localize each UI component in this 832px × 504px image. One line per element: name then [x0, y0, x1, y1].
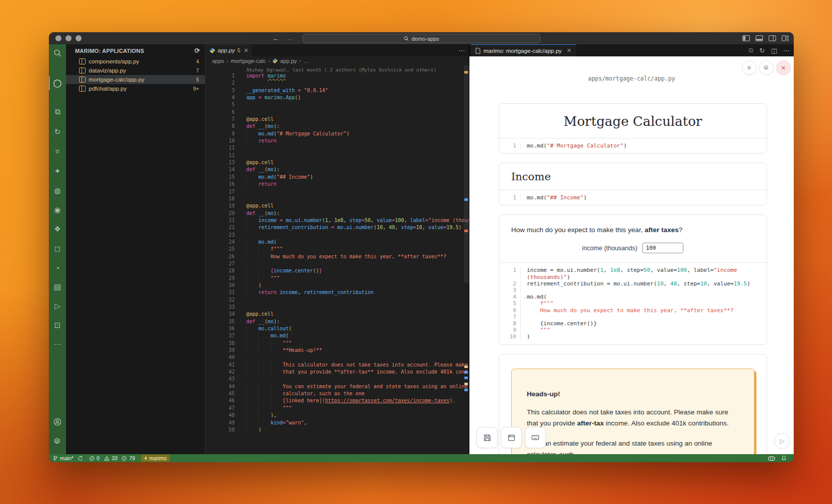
- code-line[interactable]: 25 f""": [205, 246, 469, 253]
- keyboard-shortcuts-button[interactable]: [525, 427, 546, 448]
- code-line[interactable]: 35def __(mo):: [205, 318, 469, 325]
- sidebar-file-pdfchat[interactable]: pdfchat/app.py9+: [66, 84, 205, 93]
- close-window-icon[interactable]: [55, 35, 61, 41]
- run-button[interactable]: ▷: [774, 433, 790, 449]
- refresh-icon[interactable]: ⟳: [194, 47, 200, 54]
- code-line[interactable]: 48 ),: [205, 412, 469, 419]
- code-line[interactable]: 16 return: [205, 181, 469, 188]
- cell-code-line[interactable]: 10): [499, 333, 767, 340]
- tab-app-py[interactable]: app.py 5 ✕: [205, 44, 252, 56]
- cell-code-line[interactable]: 1mo.md("# Mortgage Calculator"): [499, 142, 767, 149]
- code-line[interactable]: 34@app.cell: [205, 311, 469, 318]
- code-line[interactable]: 14def __(mo):: [205, 166, 469, 173]
- code-editor[interactable]: Akshay Agrawal, last month | 2 authors (…: [205, 65, 469, 454]
- git-branch-item[interactable]: main*: [53, 455, 83, 461]
- cell-code-line[interactable]: 2retirement_contribution = mo.ui.number(…: [499, 280, 767, 287]
- sync-icon[interactable]: [78, 456, 83, 461]
- tab-marimo-preview[interactable]: marimo: mortgage-calc/app.py ✕: [471, 44, 576, 56]
- code-line[interactable]: 23: [205, 232, 469, 239]
- cell-code-line[interactable]: 4⌄mo.md(: [499, 294, 767, 300]
- hierarchy-icon[interactable]: ⌗: [49, 143, 66, 160]
- code-line[interactable]: 27: [205, 260, 469, 267]
- code-line[interactable]: 43: [205, 376, 469, 383]
- command-center-search[interactable]: demo-apps: [303, 34, 540, 43]
- open-external-icon[interactable]: ⧉: [749, 46, 753, 54]
- marimo-status-item[interactable]: marimo: [141, 455, 170, 462]
- code-line[interactable]: 32: [205, 297, 469, 304]
- code-line[interactable]: 33: [205, 304, 469, 311]
- code-line[interactable]: 2: [205, 80, 469, 87]
- code-line[interactable]: 38 """: [205, 340, 469, 347]
- split-editor-icon[interactable]: ◫: [771, 47, 777, 54]
- nav-back-icon[interactable]: ←: [272, 35, 279, 42]
- cell-code-line[interactable]: 9 """: [499, 327, 767, 333]
- cell-code-line[interactable]: 5 f""": [499, 300, 767, 307]
- code-line[interactable]: 3__generated_with = "0.0.14": [205, 87, 469, 94]
- notebook-icon[interactable]: ▤: [49, 278, 66, 296]
- code-line[interactable]: 42 that you provide **after-tax** income…: [205, 369, 469, 376]
- zoom-window-icon[interactable]: [76, 35, 82, 41]
- extensions-icon[interactable]: ❖: [49, 221, 66, 238]
- marimo-cell-2[interactable]: Income1mo.md("## Income"): [499, 163, 767, 205]
- sidebar-file-components[interactable]: components/app.py4: [66, 57, 205, 66]
- income-number-input[interactable]: 100: [642, 243, 683, 253]
- toggle-panel-icon[interactable]: [755, 35, 763, 41]
- more-actions-icon[interactable]: ⋯: [783, 47, 790, 54]
- code-line[interactable]: 37 mo.md(: [205, 332, 469, 339]
- breadcrumb-symbol[interactable]: …: [304, 58, 309, 64]
- open-in-browser-button[interactable]: [501, 427, 522, 448]
- comments-icon[interactable]: ◻: [49, 240, 66, 257]
- code-line[interactable]: 10 return: [205, 137, 469, 145]
- marimo-cell-1[interactable]: Mortgage Calculator1mo.md("# Mortgage Ca…: [499, 103, 767, 154]
- breadcrumb[interactable]: apps› mortgage-calc› app.py› …: [205, 56, 469, 65]
- tab-close-icon[interactable]: ✕: [244, 47, 248, 54]
- code-line[interactable]: 46 [linked here](https://smartasset.com/…: [205, 397, 469, 404]
- reload-preview-icon[interactable]: ↻: [759, 47, 765, 54]
- cell-code-line[interactable]: 1income = mo.ui.number(1, 1e8, step=50, …: [499, 267, 767, 280]
- code-line[interactable]: 21 income = mo.ui.number(1, 1e8, step=50…: [205, 217, 469, 224]
- code-line[interactable]: 4app = marimo.App(): [205, 94, 469, 101]
- menu-button[interactable]: ≡: [742, 60, 756, 75]
- files-copy-icon[interactable]: ⧉: [49, 103, 66, 120]
- code-line[interactable]: 15 mo.md("## Income"): [205, 174, 469, 181]
- cell-code-line[interactable]: 7: [499, 314, 767, 320]
- cell-code-line[interactable]: 6 How much do you expect to make this ye…: [499, 307, 767, 314]
- more-icon[interactable]: ⋯: [49, 336, 66, 353]
- tab-close-icon[interactable]: ✕: [567, 47, 571, 54]
- git-blame-codelens[interactable]: Akshay Agrawal, last month | 2 authors (…: [246, 67, 437, 73]
- code-line[interactable]: 19@app.cell: [205, 202, 469, 209]
- code-line[interactable]: 12: [205, 152, 469, 159]
- code-line[interactable]: 31 return income, retirement_contributio…: [205, 289, 469, 296]
- code-line[interactable]: 49 kind="warn",: [205, 419, 469, 426]
- code-line[interactable]: 45 calculator, such as the one: [205, 390, 469, 397]
- devices-icon[interactable]: ⊡: [49, 317, 66, 334]
- fold-icon[interactable]: ⌄: [524, 294, 526, 300]
- code-line[interactable]: 7@app.cell: [205, 116, 469, 123]
- sidebar-file-mortgage-calc[interactable]: mortgage-calc/app.py5: [66, 75, 205, 84]
- code-line[interactable]: 8def __(mo):: [205, 123, 469, 130]
- code-line[interactable]: 28 {income.center()}: [205, 267, 469, 274]
- code-line[interactable]: 24 mo.md(: [205, 239, 469, 246]
- clock-icon[interactable]: ◔: [49, 259, 66, 276]
- breadcrumb-file[interactable]: app.py: [280, 58, 297, 64]
- code-line[interactable]: 11: [205, 145, 469, 152]
- code-line[interactable]: 26 How much do you expect to make this y…: [205, 253, 469, 260]
- code-line[interactable]: 9 mo.md("# Mortgage Calculator"): [205, 130, 469, 137]
- history-icon[interactable]: ↻: [49, 123, 66, 140]
- code-line[interactable]: 5: [205, 101, 469, 108]
- notifications-item[interactable]: [781, 455, 787, 461]
- terraform-icon[interactable]: ✦: [49, 163, 66, 180]
- customize-layout-icon[interactable]: [782, 35, 789, 41]
- account-icon[interactable]: [49, 413, 66, 430]
- run-icon[interactable]: ▷: [49, 298, 66, 315]
- nav-forward-icon[interactable]: →: [286, 35, 293, 42]
- traffic-lights[interactable]: [55, 35, 82, 41]
- code-line[interactable]: 41 This calculator does not take taxes i…: [205, 362, 469, 369]
- breadcrumb-folder[interactable]: mortgage-calc: [231, 58, 266, 64]
- app-settings-button[interactable]: [759, 60, 774, 75]
- code-line[interactable]: 6: [205, 109, 469, 116]
- marimo-icon[interactable]: ◯: [49, 75, 66, 92]
- toggle-secondary-sidebar-icon[interactable]: [769, 35, 776, 41]
- code-line[interactable]: 1import marimo: [205, 73, 469, 80]
- code-line[interactable]: 47 """: [205, 405, 469, 412]
